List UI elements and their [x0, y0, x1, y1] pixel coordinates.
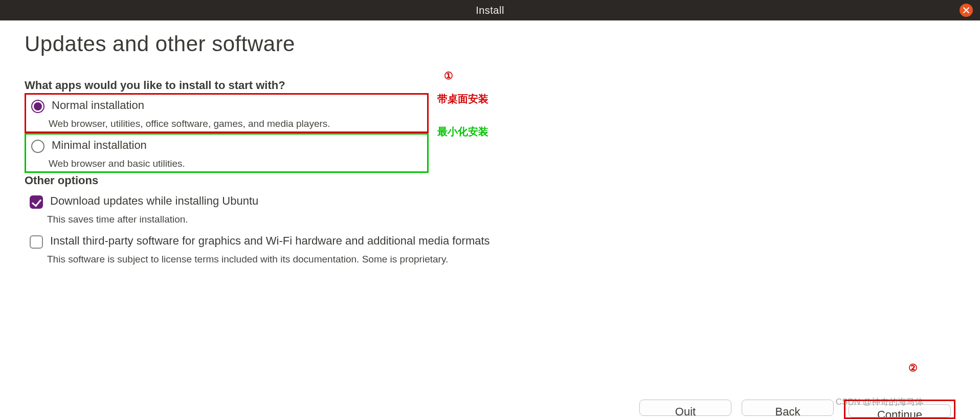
footer-buttons: Quit Back Continue — [639, 400, 955, 419]
annotation-num1: ① — [444, 70, 453, 82]
third-party-desc: This software is subject to license term… — [47, 254, 953, 265]
download-updates-label: Download updates while installing Ubuntu — [50, 194, 258, 208]
annotation-minimal-note: 最小化安装 — [437, 125, 488, 139]
annotation-normal-note: 带桌面安装 — [437, 92, 488, 106]
continue-button[interactable]: Continue — [849, 404, 951, 417]
download-updates-checkbox[interactable] — [30, 195, 43, 209]
third-party-label: Install third-party software for graphic… — [50, 234, 490, 248]
minimal-install-radio[interactable] — [31, 140, 44, 153]
page-title: Updates and other software — [25, 32, 955, 56]
close-icon — [963, 7, 969, 13]
minimal-install-option[interactable]: Minimal installation Web browser and bas… — [25, 133, 429, 173]
other-options-heading: Other options — [25, 174, 955, 187]
download-updates-option[interactable]: Download updates while installing Ubuntu… — [25, 190, 955, 227]
third-party-checkbox[interactable] — [30, 235, 43, 249]
annotation-num2: ② — [908, 362, 918, 374]
download-updates-desc: This saves time after installation. — [47, 214, 953, 225]
normal-install-desc: Web browser, utilities, office software,… — [49, 118, 425, 129]
minimal-install-label: Minimal installation — [52, 139, 147, 152]
content-area: Updates and other software What apps wou… — [0, 20, 980, 267]
window-title: Install — [476, 5, 504, 16]
normal-install-option[interactable]: Normal installation Web browser, utiliti… — [25, 93, 429, 133]
back-button[interactable]: Back — [742, 400, 834, 416]
third-party-option[interactable]: Install third-party software for graphic… — [25, 230, 955, 267]
normal-install-label: Normal installation — [52, 99, 144, 112]
quit-button[interactable]: Quit — [639, 400, 731, 416]
normal-install-radio[interactable] — [31, 100, 44, 113]
minimal-install-desc: Web browser and basic utilities. — [49, 158, 425, 169]
close-button[interactable] — [960, 4, 973, 17]
install-type-question: What apps would you like to install to s… — [25, 79, 955, 92]
window-titlebar: Install — [0, 0, 980, 20]
continue-highlight: Continue — [844, 400, 955, 419]
